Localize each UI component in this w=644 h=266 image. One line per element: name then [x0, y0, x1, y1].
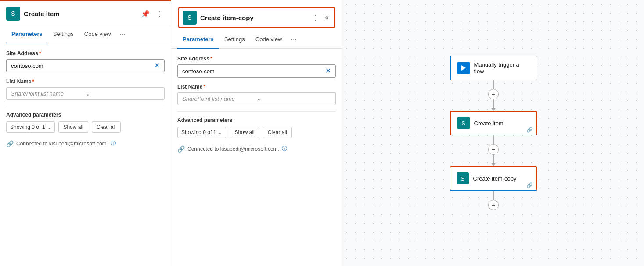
panel2-listname-chevron: ⌄: [257, 96, 331, 102]
trigger-icon: [457, 62, 470, 74]
panel2-connection-icon: 🔗: [177, 145, 185, 153]
create-item-copy-node-wrapper: S Create item-copy 🔗: [450, 166, 537, 191]
connector-2: +: [488, 135, 499, 166]
panel2-advanced-row: Showing 0 of 1 ⌄ Show all Clear all: [177, 127, 336, 138]
panel-create-item-copy: S Create item-copy ⋮ « Parameters Settin…: [171, 0, 342, 266]
panel2-body: Site Address* ✕ List Name* SharePoint li…: [171, 49, 342, 266]
create-item-label: Create item: [474, 120, 530, 127]
tab-settings-1[interactable]: Settings: [48, 26, 79, 43]
panel2-site-input[interactable]: [182, 68, 325, 74]
required-star-2: *: [32, 78, 34, 85]
panel2-icon: S: [183, 11, 197, 25]
panel1-info-icon[interactable]: ⓘ: [111, 140, 116, 147]
panel1-advanced-row: Showing 0 of 1 ⌄ Show all Clear all: [6, 121, 165, 133]
panel2-header-box: S Create item-copy ⋮ «: [178, 7, 335, 28]
panel2-tabs: Parameters Settings Code view ···: [171, 32, 342, 49]
panel1-tabs: Parameters Settings Code view ···: [0, 26, 171, 43]
flow-nodes-container: Manually trigger a flow + S Create item …: [450, 56, 537, 210]
create-item-copy-node[interactable]: S Create item-copy: [450, 166, 537, 191]
panel2-info-icon[interactable]: ⓘ: [282, 145, 287, 153]
panel1-site-clear[interactable]: ✕: [154, 62, 160, 69]
panel2-actions: ⋮ «: [310, 12, 331, 24]
panel2-divider: [177, 111, 336, 112]
panel2-listname-label: List Name*: [177, 84, 336, 90]
panel1-header: S Create item 📌 ⋮: [0, 1, 171, 26]
required-star-3: *: [210, 56, 212, 62]
panel2-site-input-wrapper[interactable]: ✕: [177, 64, 336, 78]
panel1-show-all[interactable]: Show all: [58, 121, 88, 133]
panel2-collapse-button[interactable]: «: [323, 12, 331, 23]
required-star-1: *: [39, 50, 41, 57]
create-item-icon: S: [457, 117, 470, 129]
tab-settings-2[interactable]: Settings: [219, 32, 250, 49]
panel1-listname-select[interactable]: SharePoint list name ⌄: [6, 87, 165, 100]
panel2-show-all[interactable]: Show all: [230, 127, 259, 138]
create-item-link-icon: 🔗: [526, 127, 533, 133]
panel1-body: Site Address* ✕ List Name* SharePoint li…: [0, 43, 171, 266]
panel1-showing-chevron: ⌄: [47, 125, 51, 130]
create-item-copy-icon: S: [457, 172, 469, 184]
panel1-pin-button[interactable]: 📌: [139, 8, 151, 20]
trigger-node[interactable]: Manually trigger a flow: [450, 56, 537, 80]
panel1-connection-icon: 🔗: [6, 140, 14, 147]
panel1-more-button[interactable]: ⋮: [154, 8, 165, 20]
plus-button-2[interactable]: +: [488, 144, 499, 155]
line-3: [493, 191, 494, 200]
connector-1: +: [488, 80, 499, 111]
panel1-site-input-wrapper[interactable]: ✕: [6, 59, 165, 72]
panel2-clear-all[interactable]: Clear all: [263, 127, 292, 138]
line-2b: [493, 155, 494, 163]
panel1-icon: S: [6, 7, 20, 21]
panel1-listname-chevron: ⌄: [86, 91, 160, 97]
panel2-header-wrapper: S Create item-copy ⋮ «: [171, 0, 342, 32]
panel1-clear-all[interactable]: Clear all: [92, 121, 121, 133]
trigger-node-wrapper: Manually trigger a flow: [450, 56, 537, 80]
create-item-node-wrapper: S Create item 🔗: [450, 111, 537, 135]
panel2-listname-select[interactable]: SharePoint list name ⌄: [177, 92, 336, 105]
panel2-site-label: Site Address*: [177, 56, 336, 62]
tab-codeview-1[interactable]: Code view: [79, 26, 116, 43]
tab-codeview-2[interactable]: Code view: [250, 32, 288, 49]
line-1: [493, 80, 494, 89]
flow-canvas: Manually trigger a flow + S Create item …: [342, 0, 644, 266]
panel1-actions: 📌 ⋮: [139, 8, 165, 20]
panel1-listname-label: List Name*: [6, 78, 165, 85]
panel1-title: Create item: [24, 10, 136, 18]
create-item-node[interactable]: S Create item: [450, 111, 537, 135]
plus-button-3[interactable]: +: [488, 200, 499, 210]
tab-more-2[interactable]: ···: [288, 32, 300, 48]
panel2-advanced-label: Advanced parameters: [177, 117, 336, 123]
panel2-showing-chevron: ⌄: [219, 130, 222, 135]
tab-parameters-1[interactable]: Parameters: [6, 26, 48, 43]
panel2-more-button[interactable]: ⋮: [310, 12, 320, 24]
trigger-label: Manually trigger a flow: [474, 61, 531, 74]
panel2-connected: 🔗 Connected to kisubedi@microsoft.com. ⓘ: [177, 145, 336, 153]
panel1-site-input[interactable]: [11, 63, 154, 69]
panel1-divider: [6, 106, 165, 106]
create-item-copy-link-icon: 🔗: [526, 182, 533, 188]
panel-create-item: S Create item 📌 ⋮ Parameters Settings Co…: [0, 0, 171, 266]
tab-parameters-2[interactable]: Parameters: [177, 32, 219, 49]
tab-more-1[interactable]: ···: [116, 26, 129, 43]
plus-button-1[interactable]: +: [488, 89, 499, 99]
required-star-4: *: [203, 84, 205, 90]
panel2-title: Create item-copy: [200, 14, 306, 21]
panel1-site-label: Site Address*: [6, 50, 165, 57]
connector-3: +: [488, 191, 499, 210]
panel1-advanced-label: Advanced parameters: [6, 112, 165, 118]
panel2-site-clear[interactable]: ✕: [325, 67, 331, 74]
create-item-copy-label: Create item-copy: [473, 175, 530, 182]
panel2-showing-dropdown[interactable]: Showing 0 of 1 ⌄: [177, 127, 226, 138]
line-2: [493, 135, 494, 144]
panel1-connected: 🔗 Connected to kisubedi@microsoft.com. ⓘ: [6, 140, 165, 147]
panel1-showing-dropdown[interactable]: Showing 0 of 1 ⌄: [6, 121, 55, 133]
line-1b: [493, 99, 494, 108]
